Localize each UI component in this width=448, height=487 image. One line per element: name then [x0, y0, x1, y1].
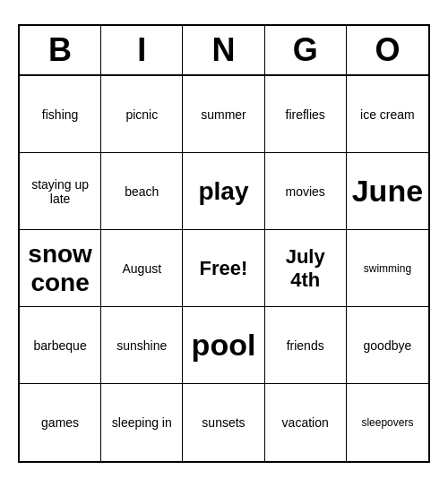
bingo-cell: sunshine — [101, 307, 183, 384]
bingo-cell: fireflies — [265, 76, 347, 153]
bingo-cell: goodbye — [347, 307, 428, 384]
bingo-cell: Free! — [183, 230, 264, 307]
bingo-cell: staying up late — [20, 153, 101, 230]
bingo-cell: vacation — [265, 384, 347, 461]
bingo-cell: pool — [183, 307, 264, 384]
bingo-cell: summer — [183, 76, 264, 153]
bingo-cell: snow cone — [20, 230, 101, 307]
bingo-cell: June — [347, 153, 428, 230]
bingo-cell: August — [101, 230, 183, 307]
bingo-cell: barbeque — [20, 307, 101, 384]
bingo-cell: sleepovers — [347, 384, 428, 461]
bingo-cell: play — [183, 153, 264, 230]
bingo-cell: games — [20, 384, 101, 461]
bingo-cell: picnic — [101, 76, 183, 153]
header-letter: I — [101, 26, 183, 74]
bingo-cell: fishing — [20, 76, 101, 153]
header-letter: O — [347, 26, 428, 74]
bingo-cell: sunsets — [183, 384, 264, 461]
bingo-cell: sleeping in — [101, 384, 183, 461]
header-letter: B — [20, 26, 101, 74]
bingo-cell: ice cream — [347, 76, 428, 153]
bingo-grid: fishingpicnicsummerfirefliesice creamsta… — [20, 76, 428, 461]
bingo-cell: beach — [101, 153, 183, 230]
bingo-cell: movies — [265, 153, 347, 230]
bingo-cell: friends — [265, 307, 347, 384]
bingo-card: BINGO fishingpicnicsummerfirefliesice cr… — [18, 24, 430, 463]
bingo-header: BINGO — [20, 26, 428, 76]
bingo-cell: swimming — [347, 230, 428, 307]
bingo-cell: July 4th — [265, 230, 347, 307]
header-letter: G — [265, 26, 347, 74]
header-letter: N — [183, 26, 264, 74]
